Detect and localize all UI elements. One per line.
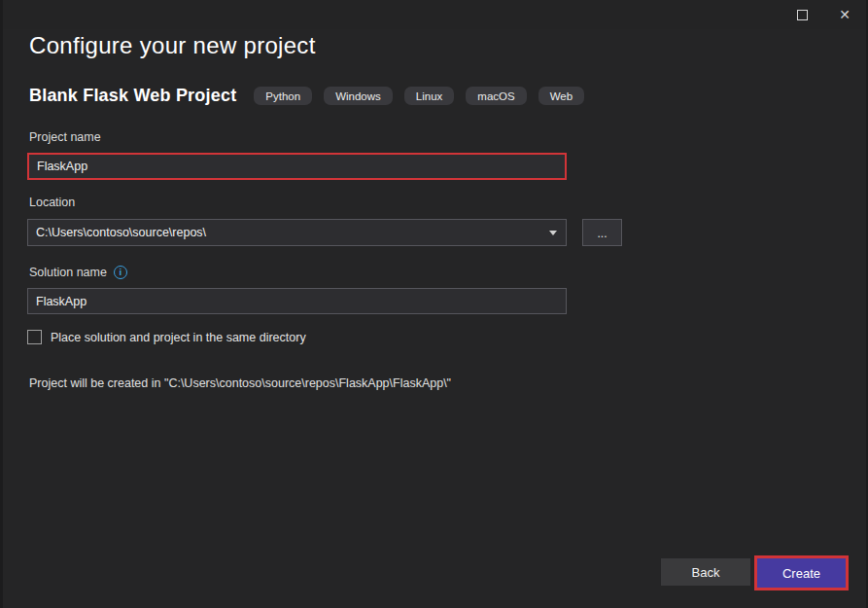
project-name-label: Project name	[29, 130, 101, 144]
page-title: Configure your new project	[29, 32, 316, 59]
solution-name-field-wrap	[27, 288, 567, 314]
same-directory-row: Place solution and project in the same d…	[27, 330, 306, 344]
maximize-button[interactable]	[781, 0, 823, 29]
same-directory-checkbox[interactable]	[27, 330, 42, 344]
close-icon: ✕	[839, 8, 851, 21]
configure-project-dialog: { "window": { "icons": { "close": "✕" } …	[0, 0, 868, 608]
browse-location-button[interactable]: ...	[582, 219, 622, 246]
solution-name-input[interactable]	[27, 288, 567, 314]
info-icon[interactable]: i	[114, 266, 127, 279]
location-combobox[interactable]	[27, 219, 567, 246]
project-path-note: Project will be created in "C:\Users\con…	[29, 376, 451, 390]
maximize-icon	[797, 10, 808, 20]
same-directory-label: Place solution and project in the same d…	[51, 331, 306, 344]
location-label: Location	[29, 196, 75, 209]
tag-linux: Linux	[404, 87, 455, 105]
project-name-input[interactable]	[27, 153, 567, 180]
tag-macos: macOS	[466, 87, 526, 105]
create-button[interactable]: Create	[757, 558, 846, 588]
close-button[interactable]: ✕	[823, 0, 866, 29]
tag-web: Web	[538, 87, 584, 105]
create-button-highlight: Create	[754, 555, 849, 590]
project-name-field-wrap	[27, 153, 567, 180]
title-bar: ✕	[3, 0, 866, 29]
solution-name-label: Solution name i	[29, 266, 127, 279]
back-button[interactable]: Back	[661, 558, 750, 586]
location-input[interactable]	[27, 219, 567, 246]
template-name: Blank Flask Web Project	[29, 86, 236, 106]
solution-name-label-text: Solution name	[29, 266, 107, 279]
template-row: Blank Flask Web Project Python Windows L…	[29, 86, 596, 106]
tag-python: Python	[254, 87, 312, 105]
tag-windows: Windows	[324, 87, 393, 105]
